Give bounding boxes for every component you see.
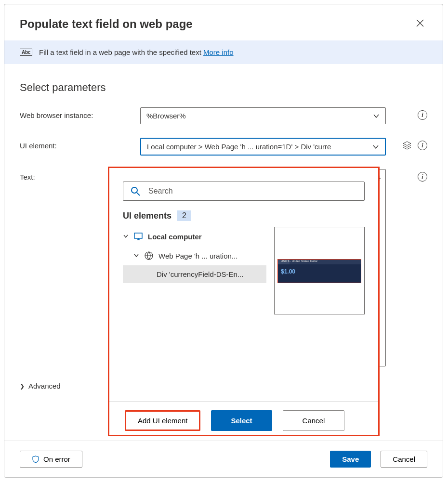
ui-elements-count: 2 — [177, 210, 191, 221]
section-title: Select parameters — [20, 81, 427, 94]
abc-icon: Abc — [20, 49, 32, 56]
tree-root[interactable]: Local computer — [123, 227, 266, 246]
element-preview: USD $ - United States Dollar $1.00 — [274, 227, 365, 314]
tree-leaf[interactable]: Div 'currencyField-DS-En... — [123, 265, 266, 283]
search-input[interactable] — [147, 186, 357, 196]
layers-icon[interactable] — [402, 141, 412, 150]
ui-element-picker: UI elements 2 Local computer Web Page 'h… — [108, 167, 380, 436]
ui-element-label: UI element: — [20, 138, 140, 150]
computer-icon — [133, 232, 143, 241]
tree-area: Local computer Web Page 'h ... uration..… — [123, 227, 365, 314]
select-button[interactable]: Select — [211, 410, 272, 431]
ui-element-tree: Local computer Web Page 'h ... uration..… — [123, 227, 266, 283]
save-button[interactable]: Save — [330, 451, 371, 468]
svg-point-0 — [132, 187, 137, 193]
ui-element-dropdown[interactable]: Local computer > Web Page 'h ... uration… — [140, 138, 386, 156]
row-ui-element: UI element: Local computer > Web Page 'h… — [20, 138, 427, 156]
close-icon — [416, 19, 424, 27]
more-info-link[interactable]: More info — [203, 48, 234, 56]
info-bar: Abc Fill a text field in a web page with… — [4, 40, 443, 64]
search-box[interactable] — [123, 182, 365, 201]
on-error-button[interactable]: On error — [20, 451, 82, 468]
info-icon[interactable]: i — [418, 141, 427, 150]
globe-icon — [144, 251, 154, 261]
browser-label: Web browser instance: — [20, 107, 140, 119]
chevron-right-icon: ❯ — [20, 383, 25, 390]
cancel-button[interactable]: Cancel — [381, 451, 427, 468]
row-browser: Web browser instance: %Browser% i — [20, 107, 427, 124]
dialog-title: Populate text field on web page — [20, 17, 193, 31]
chevron-down-icon — [373, 113, 380, 119]
add-ui-element-button[interactable]: Add UI element — [125, 410, 200, 431]
popup-cancel-button[interactable]: Cancel — [283, 410, 345, 431]
browser-value: %Browser% — [146, 112, 186, 120]
dialog-header: Populate text field on web page — [4, 4, 443, 40]
ui-elements-header: UI elements 2 — [123, 210, 365, 221]
dialog-footer: On error Save Cancel — [4, 441, 443, 477]
chevron-down-icon — [123, 234, 129, 239]
popup-footer: Add UI element Select Cancel — [109, 401, 378, 431]
tree-child[interactable]: Web Page 'h ... uration... — [123, 246, 266, 265]
svg-rect-1 — [134, 233, 142, 238]
info-text: Fill a text field in a web page with the… — [39, 48, 201, 56]
browser-dropdown[interactable]: %Browser% — [140, 107, 386, 124]
info-icon[interactable]: i — [418, 110, 427, 120]
chevron-down-icon — [372, 143, 379, 150]
advanced-label: Advanced — [28, 382, 61, 390]
preview-thumbnail: USD $ - United States Dollar $1.00 — [277, 259, 361, 283]
shield-icon — [32, 456, 40, 463]
info-icon[interactable]: i — [418, 172, 427, 182]
chevron-down-icon — [133, 253, 139, 259]
close-button[interactable] — [413, 16, 427, 32]
ui-element-value: Local computer > Web Page 'h ... uration… — [147, 143, 331, 151]
search-icon — [130, 186, 141, 196]
